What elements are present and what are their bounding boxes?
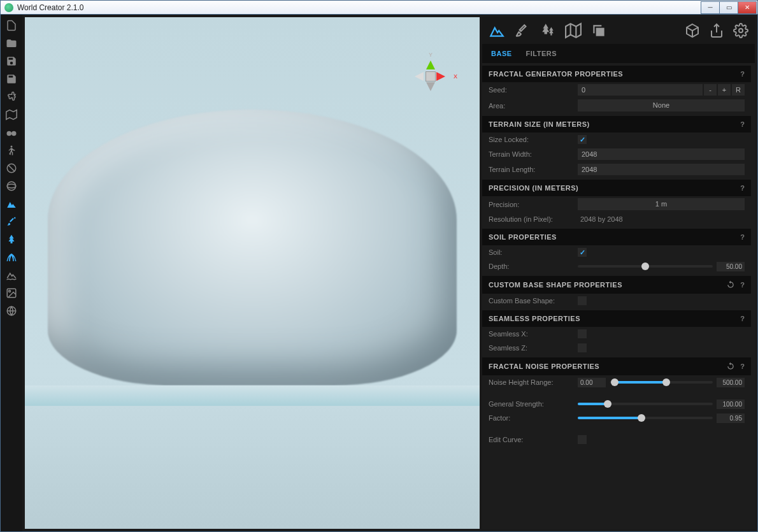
maximize-button[interactable]: ▭	[719, 1, 738, 14]
minimize-button[interactable]: ─	[701, 1, 720, 14]
size-locked-checkbox[interactable]: ✓	[578, 135, 587, 144]
height-range-max[interactable]: 500.00	[717, 378, 745, 387]
mountain-tool-icon[interactable]	[3, 196, 20, 212]
soil-checkbox[interactable]: ✓	[578, 248, 587, 257]
seamless-x-checkbox[interactable]	[578, 329, 587, 338]
brush-tool-icon[interactable]	[3, 213, 20, 230]
seamless-z-label: Seamless Z:	[489, 344, 578, 352]
area-dropdown[interactable]: None	[578, 99, 745, 111]
cube-icon[interactable]	[685, 23, 700, 38]
new-icon[interactable]	[3, 17, 20, 34]
soil-label: Soil:	[489, 248, 578, 256]
svg-line-5	[8, 165, 15, 172]
seed-plus-button[interactable]: +	[718, 84, 731, 96]
gizmo-down-cone[interactable]	[426, 82, 435, 91]
terrain-length-input[interactable]	[578, 164, 745, 175]
reset-icon[interactable]	[726, 362, 735, 371]
height-range-label: Noise Height Range:	[489, 378, 578, 386]
save-icon[interactable]	[3, 53, 20, 69]
panel-category-bar	[482, 17, 755, 44]
terrain-length-label: Terrain Length:	[489, 166, 578, 173]
map-category-icon[interactable]	[565, 22, 582, 39]
gizmo-x-label: X	[454, 73, 457, 80]
trees-tool-icon[interactable]	[3, 231, 20, 248]
gizmo-y-label: Y	[429, 52, 433, 58]
binoculars-icon[interactable]	[3, 124, 20, 141]
help-icon[interactable]: ?	[740, 315, 745, 322]
terrain-width-label: Terrain Width:	[489, 150, 578, 158]
height-range-slider[interactable]	[610, 381, 713, 384]
gizmo-right-cone[interactable]	[436, 72, 445, 81]
walk-icon[interactable]	[3, 142, 20, 159]
orientation-gizmo[interactable]: Y X	[403, 49, 454, 100]
area-label: Area:	[489, 102, 578, 110]
factor-label: Factor:	[489, 414, 578, 422]
viewport-3d[interactable]: Y X	[25, 17, 480, 529]
edit-curve-label: Edit Curve:	[489, 436, 578, 443]
export-icon[interactable]	[709, 23, 724, 38]
help-icon[interactable]: ?	[740, 281, 745, 289]
svg-marker-11	[566, 24, 581, 38]
seed-input[interactable]	[578, 84, 703, 96]
size-locked-label: Size Locked:	[489, 136, 578, 143]
help-icon[interactable]: ?	[740, 70, 745, 78]
section-custom-base: CUSTOM BASE SHAPE PROPERTIES ?	[482, 276, 751, 294]
reset-icon[interactable]	[726, 280, 735, 289]
sphere-icon[interactable]	[3, 178, 20, 194]
svg-marker-0	[6, 110, 17, 120]
tab-filters[interactable]: FILTERS	[526, 50, 557, 57]
terrain-width-input[interactable]	[578, 148, 745, 160]
help-icon[interactable]: ?	[740, 233, 745, 241]
depth-slider[interactable]	[578, 265, 713, 268]
depth-value[interactable]: 50.00	[717, 262, 745, 271]
seed-label: Seed:	[489, 86, 578, 94]
precision-label: Precision:	[489, 201, 578, 208]
copy-category-icon[interactable]	[590, 22, 607, 39]
terrain-category-icon[interactable]	[489, 22, 505, 39]
grass-tool-icon[interactable]	[3, 249, 20, 266]
window-title: World Creator 2.1.0	[17, 3, 701, 12]
tab-base[interactable]: BASE	[491, 50, 512, 57]
svg-rect-14	[596, 28, 604, 36]
panel-tabs: BASE FILTERS	[482, 44, 755, 63]
picture-icon[interactable]	[3, 285, 20, 301]
svg-point-2	[11, 131, 17, 136]
edit-curve-checkbox[interactable]	[578, 435, 587, 444]
resolution-label: Resolution (in Pixel):	[489, 215, 578, 223]
gizmo-center[interactable]	[425, 71, 436, 82]
trees-category-icon[interactable]	[540, 22, 556, 39]
svg-point-1	[7, 131, 12, 136]
map-icon[interactable]	[3, 106, 20, 123]
section-seamless: SEAMLESS PROPERTIES ?	[482, 310, 751, 327]
strength-slider[interactable]	[578, 403, 713, 405]
svg-point-9	[9, 291, 11, 292]
seed-random-button[interactable]: R	[732, 84, 745, 96]
seed-minus-button[interactable]: -	[704, 84, 717, 96]
gizmo-left-cone[interactable]	[415, 72, 424, 81]
depth-label: Depth:	[489, 262, 578, 270]
factor-value[interactable]: 0.95	[717, 413, 745, 423]
seamless-z-checkbox[interactable]	[578, 343, 587, 352]
strength-value[interactable]: 100.00	[717, 399, 745, 409]
brush-category-icon[interactable]	[514, 22, 531, 39]
custom-base-checkbox[interactable]	[578, 296, 587, 305]
help-icon[interactable]: ?	[740, 184, 745, 192]
titlebar[interactable]: World Creator 2.1.0 ─ ▭ ✕	[1, 1, 757, 15]
saveas-icon[interactable]	[3, 71, 20, 87]
globe-icon[interactable]	[3, 303, 20, 319]
gizmo-up-cone[interactable]	[426, 61, 435, 69]
settings-icon[interactable]	[733, 23, 748, 38]
factor-slider[interactable]	[578, 417, 713, 419]
mountain-water-icon[interactable]	[3, 267, 20, 284]
precision-dropdown[interactable]: 1 m	[578, 198, 745, 210]
close-button[interactable]: ✕	[738, 1, 757, 14]
section-soil: SOIL PROPERTIES ?	[482, 229, 751, 245]
help-icon[interactable]: ?	[740, 363, 745, 370]
panel-scroll[interactable]: FRACTAL GENERATOR PROPERTIES ? Seed: - +…	[482, 63, 755, 529]
properties-panel: BASE FILTERS FRACTAL GENERATOR PROPERTIE…	[482, 17, 755, 529]
height-range-min[interactable]: 0.00	[578, 378, 606, 387]
open-icon[interactable]	[3, 35, 20, 52]
globe-disabled-icon[interactable]	[3, 160, 20, 176]
help-icon[interactable]: ?	[740, 120, 745, 128]
extension-icon[interactable]	[3, 89, 20, 105]
